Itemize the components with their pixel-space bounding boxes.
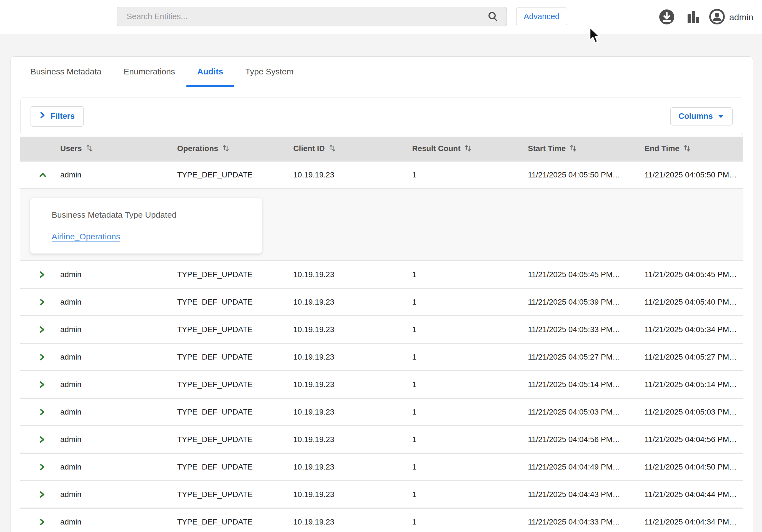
row-expander[interactable]: [20, 344, 52, 370]
row-expander[interactable]: [20, 162, 52, 188]
table-row[interactable]: admin TYPE_DEF_UPDATE 10.19.19.23 1 11/2…: [20, 425, 743, 453]
entity-search: [116, 7, 507, 26]
export-download-button[interactable]: [659, 9, 675, 26]
cell-end-time: 11/21/2025 04:04:50 PM…: [637, 454, 743, 480]
audit-detail-type-link[interactable]: Airline_Operations: [52, 232, 120, 241]
cell-end-time: 11/21/2025 04:05:50 PM…: [637, 162, 743, 188]
column-header-operations[interactable]: Operations: [169, 137, 285, 161]
sort-arrows-icon[interactable]: [683, 143, 691, 154]
sort-arrows-icon[interactable]: [222, 143, 229, 154]
cell-operation: TYPE_DEF_UPDATE: [169, 509, 285, 532]
cell-operation: TYPE_DEF_UPDATE: [169, 454, 285, 480]
cell-result-count: 1: [404, 426, 520, 453]
tab-audits[interactable]: Audits: [186, 57, 234, 87]
filters-button[interactable]: Filters: [31, 106, 84, 127]
table-row[interactable]: admin TYPE_DEF_UPDATE 10.19.19.23 1 11/2…: [20, 370, 743, 398]
page: Advanced: [0, 0, 762, 532]
statistics-button[interactable]: [686, 10, 701, 26]
table-row[interactable]: admin TYPE_DEF_UPDATE 10.19.19.23 1 11/2…: [20, 480, 743, 507]
chevron-right-icon: [38, 297, 46, 307]
table-row[interactable]: admin TYPE_DEF_UPDATE 10.19.19.23 1 11/2…: [20, 507, 743, 532]
cell-end-time: 11/21/2025 04:04:34 PM…: [637, 509, 743, 532]
search-input[interactable]: [117, 7, 487, 26]
sort-arrows-icon[interactable]: [86, 143, 93, 154]
cell-operation: TYPE_DEF_UPDATE: [169, 426, 285, 453]
cell-result-count: 1: [404, 509, 520, 532]
cell-user: admin: [52, 509, 169, 532]
cell-operation: TYPE_DEF_UPDATE: [169, 371, 285, 398]
row-expander[interactable]: [20, 261, 52, 288]
row-expander[interactable]: [20, 426, 52, 453]
expanded-audit-detail: Business Metadata Type Updated Airline_O…: [20, 188, 743, 260]
username-label: admin: [729, 12, 753, 23]
cell-start-time: 11/21/2025 04:04:43 PM…: [520, 481, 637, 507]
cell-result-count: 1: [404, 399, 520, 425]
chevron-right-icon: [39, 111, 45, 121]
table-row[interactable]: admin TYPE_DEF_UPDATE 10.19.19.23 1 11/2…: [20, 260, 743, 288]
column-header-client-id[interactable]: Client ID: [285, 137, 404, 161]
table-row[interactable]: admin TYPE_DEF_UPDATE 10.19.19.23 1 11/2…: [20, 288, 743, 315]
row-expander[interactable]: [20, 371, 52, 398]
column-header-users[interactable]: Users: [52, 137, 169, 161]
cell-end-time: 11/21/2025 04:05:03 PM…: [637, 399, 743, 425]
user-menu[interactable]: admin: [709, 8, 753, 26]
column-header-start-time[interactable]: Start Time: [520, 137, 637, 161]
cell-operation: TYPE_DEF_UPDATE: [169, 162, 285, 188]
tab-business-metadata[interactable]: Business Metadata: [20, 57, 113, 87]
cell-start-time: 11/21/2025 04:04:56 PM…: [520, 426, 637, 453]
filters-label: Filters: [50, 112, 75, 121]
audit-detail-card: Business Metadata Type Updated Airline_O…: [30, 198, 262, 254]
cell-result-count: 1: [404, 289, 520, 315]
row-expander[interactable]: [20, 509, 52, 532]
cell-end-time: 11/21/2025 04:05:45 PM…: [637, 261, 743, 288]
cell-result-count: 1: [404, 261, 520, 288]
sort-arrows-icon[interactable]: [464, 143, 472, 154]
row-expander[interactable]: [20, 399, 52, 425]
cell-user: admin: [52, 481, 169, 507]
table-header-row: Users Operations Client ID: [20, 137, 743, 161]
cell-end-time: 11/21/2025 04:05:14 PM…: [637, 371, 743, 398]
column-header-end-time[interactable]: End Time: [637, 137, 743, 161]
cell-end-time: 11/21/2025 04:05:40 PM…: [637, 289, 743, 315]
top-bar: Advanced: [0, 0, 762, 34]
cell-start-time: 11/21/2025 04:05:33 PM…: [520, 316, 637, 342]
cell-client-id: 10.19.19.23: [285, 289, 404, 315]
table-row[interactable]: admin TYPE_DEF_UPDATE 10.19.19.23 1 11/2…: [20, 342, 743, 370]
sort-arrows-icon[interactable]: [329, 143, 336, 154]
row-expander[interactable]: [20, 289, 52, 315]
chevron-right-icon: [38, 407, 46, 417]
cell-start-time: 11/21/2025 04:05:14 PM…: [520, 371, 637, 398]
table-row[interactable]: admin TYPE_DEF_UPDATE 10.19.19.23 1 11/2…: [20, 315, 743, 342]
table-row[interactable]: admin TYPE_DEF_UPDATE 10.19.19.23 1 11/2…: [20, 453, 743, 480]
tab-enumerations[interactable]: Enumerations: [113, 57, 186, 87]
cell-result-count: 1: [404, 344, 520, 370]
columns-label: Columns: [678, 112, 713, 121]
cell-user: admin: [52, 261, 169, 288]
chevron-right-icon: [38, 517, 46, 527]
chevron-right-icon: [38, 352, 46, 362]
column-header-result-count[interactable]: Result Count: [404, 137, 520, 161]
cell-start-time: 11/21/2025 04:05:50 PM…: [520, 162, 637, 188]
search-icon[interactable]: [487, 11, 499, 23]
cell-user: admin: [52, 399, 169, 425]
cell-result-count: 1: [404, 481, 520, 507]
cell-client-id: 10.19.19.23: [285, 481, 404, 507]
sort-arrows-icon[interactable]: [570, 143, 577, 154]
row-expander[interactable]: [20, 481, 52, 507]
cell-start-time: 11/21/2025 04:04:33 PM…: [520, 509, 637, 532]
cell-user: admin: [52, 162, 169, 188]
bar-chart-icon: [686, 10, 701, 26]
cell-start-time: 11/21/2025 04:05:45 PM…: [520, 261, 637, 288]
columns-button[interactable]: Columns: [670, 107, 733, 125]
table-row[interactable]: admin TYPE_DEF_UPDATE 10.19.19.23 1 11/2…: [20, 398, 743, 425]
cell-client-id: 10.19.19.23: [285, 426, 404, 453]
row-expander[interactable]: [20, 316, 52, 342]
tab-type-system[interactable]: Type System: [234, 57, 305, 87]
table-row[interactable]: admin TYPE_DEF_UPDATE 10.19.19.23 1 11/2…: [20, 161, 743, 188]
table-body: admin TYPE_DEF_UPDATE 10.19.19.23 1 11/2…: [20, 161, 743, 532]
chevron-right-icon: [38, 435, 46, 444]
chevron-right-icon: [38, 325, 46, 334]
row-expander[interactable]: [20, 454, 52, 480]
advanced-search-button[interactable]: Advanced: [516, 8, 567, 25]
tab-bar: Business Metadata Enumerations Audits Ty…: [11, 57, 753, 87]
